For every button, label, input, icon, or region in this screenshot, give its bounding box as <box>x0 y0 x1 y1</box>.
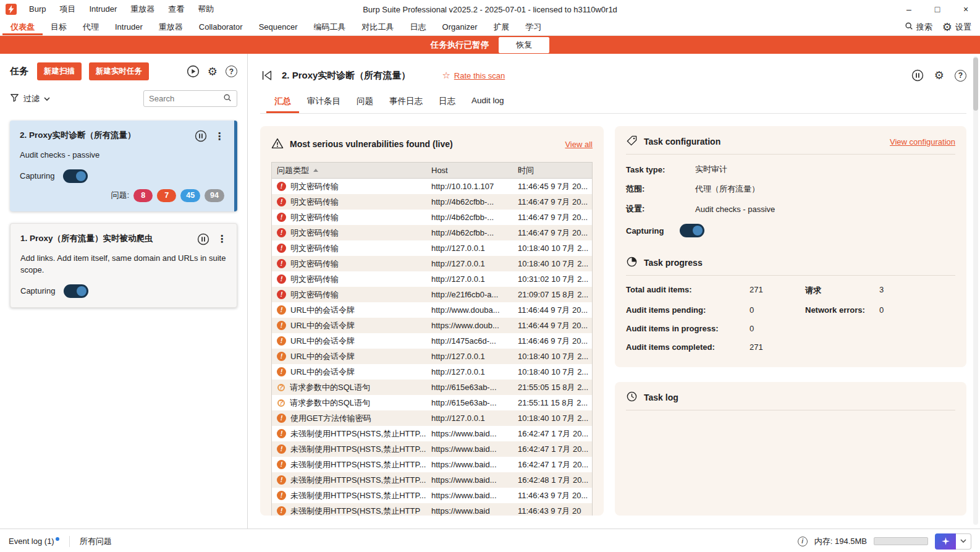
top-tab[interactable]: Sequencer <box>251 19 306 35</box>
capturing-toggle[interactable] <box>63 169 88 183</box>
new-live-task-button[interactable]: 新建实时任务 <box>89 62 149 80</box>
task-settings-gear-icon[interactable] <box>934 70 944 81</box>
view-configuration-link[interactable]: View configuration <box>890 137 955 146</box>
column-header-host[interactable]: Host <box>426 166 513 175</box>
event-log-button[interactable]: Event log (1) <box>9 537 59 546</box>
top-tab[interactable]: 日志 <box>402 19 434 35</box>
vulnerability-row[interactable]: URL中的会话令牌 http://www.douba... 11:46:44 9… <box>272 302 592 318</box>
menubar-item[interactable]: 查看 <box>161 0 191 19</box>
notification-dot <box>56 537 59 541</box>
vulnerability-row[interactable]: URL中的会话令牌 http://127.0.0.1 10:18:40 10 7… <box>272 349 592 364</box>
issue-count-badge[interactable]: 94 <box>205 189 224 202</box>
chevron-down-icon[interactable] <box>44 94 50 103</box>
tasks-settings-gear-icon[interactable] <box>208 66 218 77</box>
top-tab[interactable]: Intruder <box>107 19 151 35</box>
maximize-button[interactable]: □ <box>923 0 952 19</box>
task-menu-kebab-icon[interactable] <box>217 233 227 245</box>
vulnerability-row[interactable]: 使用GET方法传输密码 http://127.0.0.1 10:18:40 10… <box>272 410 592 426</box>
vulnerability-row[interactable]: 请求参数中的SQL语句 http://615e63ab-... 21:55:05… <box>272 380 592 395</box>
main-scrollbar[interactable] <box>973 56 978 525</box>
task-detail-tab[interactable]: 问题 <box>348 90 381 113</box>
vulnerability-row[interactable]: URL中的会话令牌 http://1475ac6d-... 11:46:46 9… <box>272 333 592 349</box>
task-search-input[interactable] <box>149 94 223 103</box>
resume-button[interactable]: 恢复 <box>499 37 549 53</box>
vulnerability-row[interactable]: 未强制使用HTTPS(HSTS,禁止HTTP... https://www.ba… <box>272 426 592 441</box>
vulnerability-row[interactable]: 未强制使用HTTPS(HSTS,禁止HTTP https://www.baid … <box>272 503 592 516</box>
vulnerability-row[interactable]: 明文密码传输 http://10.10.1.107 11:46:45 9 7月 … <box>272 179 592 194</box>
vulnerability-row[interactable]: 明文密码传输 http://127.0.0.1 10:31:02 10 7月 2… <box>272 271 592 287</box>
vulnerability-row[interactable]: URL中的会话令牌 http://127.0.0.1 10:18:40 10 7… <box>272 364 592 380</box>
column-header-issue-type[interactable]: 问题类型 <box>272 165 426 176</box>
host-cell: http://4b62cfbb-... <box>426 213 513 222</box>
vulnerability-row[interactable]: 未强制使用HTTPS(HSTS,禁止HTTP... https://www.ba… <box>272 472 592 488</box>
vulnerability-row[interactable]: 未强制使用HTTPS(HSTS,禁止HTTP... https://www.ba… <box>272 457 592 472</box>
back-icon[interactable] <box>260 69 274 82</box>
new-scan-button[interactable]: 新建扫描 <box>37 62 82 80</box>
pause-task-icon[interactable] <box>911 69 924 82</box>
task-card-proxy-crawl[interactable]: 1. Proxy（所有流量）实时被动爬虫 Add links. Add item… <box>10 223 237 308</box>
top-tab[interactable]: 仪表盘 <box>2 19 43 35</box>
top-tab[interactable]: 目标 <box>43 19 75 35</box>
tasks-paused-banner: 任务执行已暂停 恢复 <box>0 36 980 54</box>
top-tab[interactable]: Collaborator <box>191 19 251 35</box>
vulnerability-row[interactable]: 请求参数中的SQL语句 http://615e63ab-... 21:55:11… <box>272 395 592 410</box>
vulnerability-row[interactable]: URL中的会话令牌 https://www.doub... 11:46:44 9… <box>272 318 592 333</box>
vulnerability-row[interactable]: 未强制使用HTTPS(HSTS,禁止HTTP... https://www.ba… <box>272 488 592 503</box>
top-tab[interactable]: 重放器 <box>151 19 191 35</box>
task-detail-tab[interactable]: 日志 <box>431 90 463 113</box>
vulnerability-row[interactable]: 明文密码传输 http://4b62cfbb-... 11:46:47 9 7月… <box>272 210 592 225</box>
task-detail-tab[interactable]: 审计条目 <box>299 90 348 113</box>
info-icon[interactable] <box>798 537 808 546</box>
menubar-item[interactable]: 项目 <box>53 0 82 19</box>
ai-assistant-button[interactable] <box>935 533 956 550</box>
top-tab[interactable]: 学习 <box>518 19 550 35</box>
task-card-proxy-audit[interactable]: 2. Proxy实时诊断（所有流量） Audit checks - passiv… <box>10 121 237 211</box>
pause-task-icon[interactable] <box>195 130 207 142</box>
menubar: Burp项目Intruder重放器查看帮助 <box>22 0 221 19</box>
global-settings-button[interactable]: 设置 <box>942 22 971 33</box>
task-detail-tab[interactable]: 事件日志 <box>381 90 431 113</box>
top-tab[interactable]: 对比工具 <box>354 19 402 35</box>
top-tab[interactable]: Organizer <box>434 19 486 35</box>
view-all-link[interactable]: View all <box>565 140 593 149</box>
menubar-item[interactable]: 帮助 <box>191 0 221 19</box>
vulnerability-row[interactable]: 明文密码传输 http://4b62cfbb-... 11:46:47 9 7月… <box>272 225 592 240</box>
vulnerability-row[interactable]: 明文密码传输 http://e21f6cb0-a... 21:09:07 15 … <box>272 287 592 302</box>
task-log-panel: Task log <box>615 382 966 516</box>
top-tab[interactable]: 扩展 <box>486 19 518 35</box>
vulnerability-row[interactable]: 明文密码传输 http://4b62cfbb-... 11:46:47 9 7月… <box>272 194 592 210</box>
close-button[interactable]: × <box>952 0 980 19</box>
filter-label[interactable]: 过滤 <box>23 93 40 104</box>
issue-count-badge[interactable]: 8 <box>133 189 153 202</box>
top-tab[interactable]: 代理 <box>75 19 107 35</box>
ai-menu-chevron-button[interactable] <box>956 533 971 550</box>
config-field-value: Audit checks - passive <box>695 205 955 214</box>
resume-all-tasks-button[interactable] <box>187 65 200 78</box>
vulnerability-row[interactable]: 明文密码传输 http://127.0.0.1 10:18:40 10 7月 2… <box>272 240 592 256</box>
task-detail-tab[interactable]: Audit log <box>463 90 512 113</box>
issue-count-badge[interactable]: 45 <box>180 189 200 202</box>
menubar-item[interactable]: Intruder <box>82 0 124 19</box>
task-help-icon[interactable] <box>955 70 966 82</box>
all-issues-button[interactable]: 所有问题 <box>80 536 112 547</box>
time-cell: 11:46:43 9 7月 20... <box>513 490 592 501</box>
menubar-item[interactable]: Burp <box>22 0 53 19</box>
capturing-toggle[interactable] <box>64 284 88 298</box>
progress-stat-label: Audit items pending: <box>626 305 750 315</box>
minimize-button[interactable]: – <box>895 0 923 19</box>
scrollbar-thumb[interactable] <box>973 57 978 111</box>
capturing-toggle[interactable] <box>680 224 704 237</box>
global-search-button[interactable]: 搜索 <box>905 22 932 33</box>
task-menu-kebab-icon[interactable] <box>214 130 224 142</box>
task-detail-tab[interactable]: 汇总 <box>266 90 299 113</box>
rate-scan-link[interactable]: Rate this scan <box>442 70 505 81</box>
issue-count-badge[interactable]: 7 <box>157 189 176 202</box>
menubar-item[interactable]: 重放器 <box>124 0 161 19</box>
pause-task-icon[interactable] <box>197 233 209 245</box>
global-search-label: 搜索 <box>916 22 932 33</box>
top-tab[interactable]: 编码工具 <box>306 19 354 35</box>
vulnerability-row[interactable]: 未强制使用HTTPS(HSTS,禁止HTTP... https://www.ba… <box>272 441 592 457</box>
column-header-time[interactable]: 时间 <box>513 165 592 176</box>
vulnerability-row[interactable]: 明文密码传输 http://127.0.0.1 10:18:40 10 7月 2… <box>272 256 592 271</box>
tasks-help-icon[interactable] <box>226 66 237 77</box>
